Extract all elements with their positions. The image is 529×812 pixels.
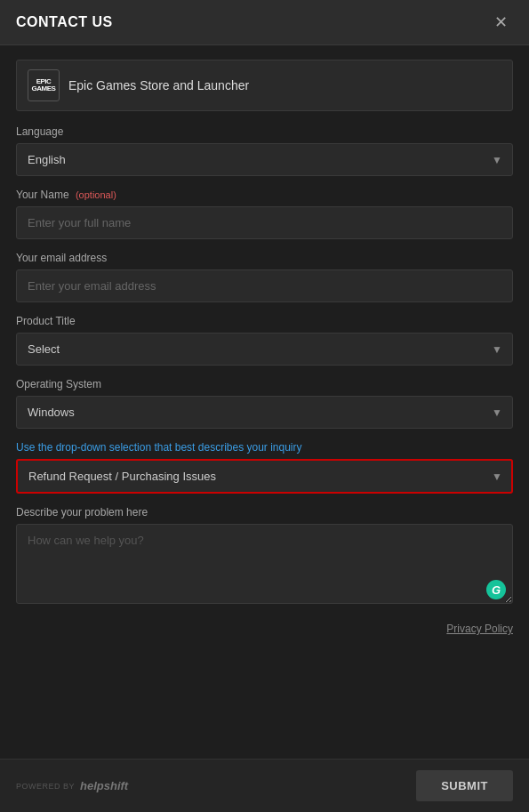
optional-label: (optional)	[76, 189, 116, 200]
inquiry-field: Use the drop-down selection that best de…	[16, 441, 513, 494]
email-field: Your email address	[16, 252, 513, 302]
epic-logo: EPICGAMES	[28, 69, 60, 101]
product-title-field: Product Title Select Epic Games Store an…	[16, 315, 513, 366]
product-title-label: Product Title	[16, 315, 513, 327]
contact-us-modal: CONTACT US ✕ EPICGAMES Epic Games Store …	[0, 0, 529, 812]
email-label: Your email address	[16, 252, 513, 264]
language-select-wrapper: English French German Spanish ▼	[16, 143, 513, 176]
powered-by-text: POWERED BY	[16, 782, 75, 791]
language-label: Language	[16, 125, 513, 138]
submit-button[interactable]: SUBMIT	[416, 770, 513, 801]
modal-footer: POWERED BY helpshift SUBMIT	[0, 759, 529, 812]
modal-header: CONTACT US ✕	[0, 0, 529, 45]
modal-body: EPICGAMES Epic Games Store and Launcher …	[0, 45, 529, 759]
product-title-select-wrapper: Select Epic Games Store and Launcher For…	[16, 333, 513, 366]
problem-field: Describe your problem here G	[16, 506, 513, 607]
close-button[interactable]: ✕	[489, 12, 513, 32]
problem-label: Describe your problem here	[16, 506, 513, 519]
language-select[interactable]: English French German Spanish	[16, 143, 513, 176]
grammarly-icon: G	[486, 580, 506, 599]
your-name-field: Your Name (optional)	[16, 189, 513, 239]
epic-logo-text: EPICGAMES	[32, 78, 56, 92]
inquiry-select-wrapper: Refund Request / Purchasing Issues Techn…	[16, 459, 513, 494]
os-select-wrapper: Windows macOS Linux iOS Android ▼	[16, 396, 513, 429]
email-input[interactable]	[16, 269, 513, 302]
modal-title: CONTACT US	[16, 14, 113, 30]
your-name-label: Your Name (optional)	[16, 189, 513, 201]
inquiry-label: Use the drop-down selection that best de…	[16, 441, 513, 454]
your-name-input[interactable]	[16, 206, 513, 239]
inquiry-select[interactable]: Refund Request / Purchasing Issues Techn…	[16, 459, 513, 494]
helpshift-logo: helpshift	[80, 779, 128, 792]
os-select[interactable]: Windows macOS Linux iOS Android	[16, 396, 513, 429]
product-name: Epic Games Store and Launcher	[68, 78, 249, 92]
language-field: Language English French German Spanish ▼	[16, 125, 513, 176]
operating-system-field: Operating System Windows macOS Linux iOS…	[16, 378, 513, 429]
product-row: EPICGAMES Epic Games Store and Launcher	[16, 60, 513, 111]
privacy-row: Privacy Policy	[16, 619, 513, 642]
helpshift-branding: POWERED BY helpshift	[16, 779, 128, 792]
privacy-policy-link[interactable]: Privacy Policy	[446, 623, 513, 635]
problem-textarea-wrapper: G	[16, 524, 513, 607]
problem-textarea[interactable]	[16, 524, 513, 604]
product-title-select[interactable]: Select Epic Games Store and Launcher For…	[16, 333, 513, 366]
operating-system-label: Operating System	[16, 378, 513, 390]
